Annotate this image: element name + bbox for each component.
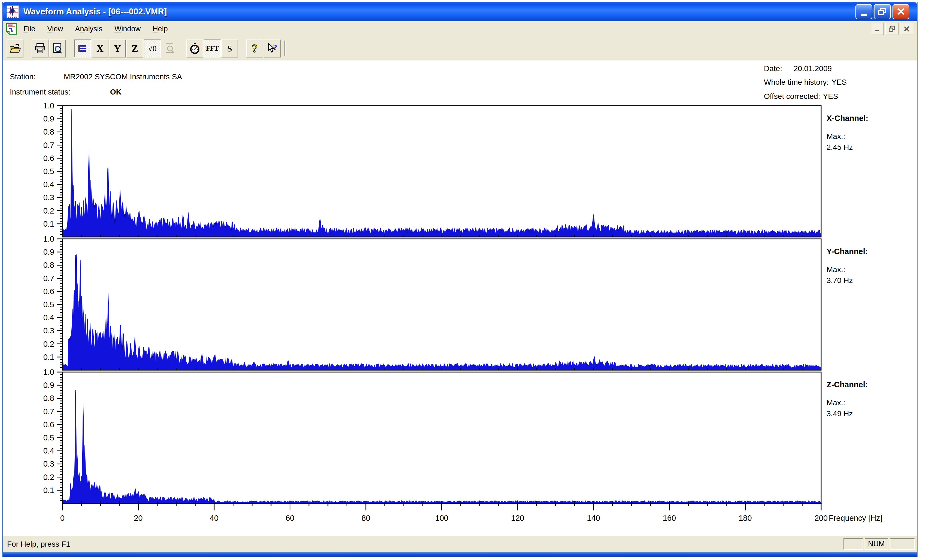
toolbar-spectrum-s-label: S	[227, 44, 232, 53]
window-title: Waveform Analysis - [06---002.VMR]	[23, 7, 167, 17]
toolbar-print-preview-button[interactable]	[49, 39, 66, 58]
close-button[interactable]: ✕	[893, 4, 909, 19]
x-axis	[62, 503, 821, 510]
document-icon[interactable]	[5, 23, 17, 35]
x-axis-title: Frequency [Hz]	[829, 514, 882, 522]
menu-window[interactable]: Window	[109, 23, 147, 35]
toolbar-z-channel-label: Z	[132, 44, 138, 53]
svg-text:0.6: 0.6	[43, 420, 54, 429]
svg-text:0.1: 0.1	[43, 219, 54, 228]
toolbar-z-channel-button[interactable]: Z	[126, 39, 143, 58]
svg-text:1.0: 1.0	[43, 101, 54, 110]
x-axis-labels: 020406080100120140160180200Frequency [Hz…	[60, 514, 882, 522]
status-cell-scrl	[890, 538, 915, 549]
svg-text:?: ?	[273, 43, 277, 52]
station-value: MR2002 SYSCOM Instruments SA	[64, 73, 182, 81]
toolbar-spectrum-s-button[interactable]: S	[221, 39, 238, 58]
mdi-restore-button[interactable]	[885, 23, 899, 35]
station-label: Station:	[10, 73, 36, 81]
menu-view[interactable]: View	[41, 23, 69, 35]
y-channel-title: Y-Channel:	[826, 247, 917, 256]
svg-text:0.3: 0.3	[43, 326, 54, 335]
channel-list-icon	[77, 42, 89, 54]
offset-corrected-row: Offset corrected:YES	[764, 92, 838, 101]
toolbar-open-button[interactable]	[6, 39, 23, 58]
toolbar-channel-list-button[interactable]	[74, 39, 91, 58]
toolbar-x-channel-button[interactable]: X	[92, 39, 109, 58]
menu-file[interactable]: File	[17, 23, 41, 35]
title-bar[interactable]: Waveform Analysis - [06---002.VMR] ✕	[3, 2, 917, 21]
svg-text:60: 60	[286, 514, 294, 522]
spectra-charts: 0.10.20.30.40.50.60.70.80.91.00.10.20.30…	[3, 101, 917, 532]
spectrum-trace-0	[62, 109, 821, 237]
toolbar-sqrt-zero-label: √0	[148, 44, 156, 53]
svg-text:0.2: 0.2	[43, 206, 54, 215]
y-channel-info: Y-Channel: Max.: 3.70 Hz	[826, 247, 917, 285]
svg-text:180: 180	[738, 514, 752, 522]
help-icon: ?	[249, 42, 261, 54]
menu-analysis[interactable]: Analysis	[69, 23, 109, 35]
svg-text:0.7: 0.7	[43, 141, 54, 150]
spectrum-trace-2	[62, 390, 821, 503]
svg-text:0.3: 0.3	[43, 193, 54, 202]
svg-text:0.2: 0.2	[43, 473, 54, 481]
y-axis-labels-1: 0.10.20.30.40.50.60.70.80.91.0	[43, 235, 54, 362]
axis-ticks-2	[57, 372, 802, 503]
desktop-wallpaper-strip	[918, 0, 926, 560]
mdi-restore-icon	[888, 25, 896, 32]
svg-text:120: 120	[511, 514, 524, 522]
svg-text:0.1: 0.1	[43, 353, 54, 362]
minimize-button[interactable]	[855, 4, 872, 19]
y-channel-max-label: Max.:	[826, 265, 917, 274]
z-channel-info: Z-Channel: Max.: 3.49 Hz	[826, 380, 917, 418]
toolbar-zoom-preview-button[interactable]	[161, 39, 178, 58]
svg-text:140: 140	[587, 514, 600, 522]
axis-ticks-1	[57, 239, 802, 370]
svg-text:1.0: 1.0	[43, 235, 54, 243]
svg-text:0.2: 0.2	[43, 340, 54, 348]
print-icon	[34, 42, 46, 54]
x-channel-max-label: Max.:	[826, 132, 917, 141]
svg-text:0.8: 0.8	[43, 127, 54, 136]
svg-text:1.0: 1.0	[43, 368, 54, 377]
svg-text:?: ?	[252, 42, 258, 54]
date-row: Date:20.01.2009	[764, 64, 832, 73]
x-channel-info: X-Channel: Max.: 2.45 Hz	[826, 114, 917, 152]
mdi-close-button[interactable]	[900, 23, 913, 35]
svg-text:0.6: 0.6	[43, 287, 54, 296]
status-cell-cap	[843, 538, 863, 549]
instrument-status-label: Instrument status:	[10, 88, 71, 97]
svg-text:0.6: 0.6	[43, 154, 54, 163]
window-bottom-border	[3, 552, 917, 557]
close-icon: ✕	[896, 6, 906, 17]
toolbar-x-channel-label: X	[97, 44, 103, 53]
svg-text:0.9: 0.9	[43, 248, 54, 256]
chart-frame-1	[62, 239, 821, 370]
menu-bar: File View Analysis Window Help	[3, 21, 917, 37]
zoom-preview-icon	[164, 42, 176, 54]
axis-ticks-0	[57, 106, 802, 237]
toolbar-context-help-button[interactable]: ?	[264, 39, 281, 58]
toolbar-print-button[interactable]	[32, 39, 48, 58]
chart-frame-0	[62, 106, 821, 237]
toolbar-about-help-button[interactable]: ?	[246, 39, 263, 58]
toolbar-sqrt-zero-button[interactable]: √0	[144, 39, 161, 58]
menu-help[interactable]: Help	[147, 23, 174, 35]
svg-text:0: 0	[60, 514, 65, 522]
svg-text:160: 160	[663, 514, 676, 522]
restore-icon	[878, 7, 887, 16]
offset-corrected-value: YES	[823, 92, 838, 100]
mdi-minimize-button[interactable]	[871, 23, 884, 35]
mdi-window-controls	[871, 23, 913, 35]
z-channel-max-value: 3.49 Hz	[826, 409, 917, 418]
toolbar-time-view-button[interactable]	[186, 39, 203, 58]
svg-text:0.7: 0.7	[43, 274, 54, 283]
window-controls: ✕	[855, 4, 909, 19]
toolbar-fft-view-button[interactable]: FFT	[204, 39, 221, 58]
toolbar-separator	[284, 41, 286, 56]
svg-text:0.5: 0.5	[43, 433, 54, 442]
restore-button[interactable]	[874, 4, 891, 19]
svg-text:200: 200	[815, 514, 828, 522]
z-channel-title: Z-Channel:	[826, 380, 917, 389]
toolbar-y-channel-button[interactable]: Y	[109, 39, 126, 58]
